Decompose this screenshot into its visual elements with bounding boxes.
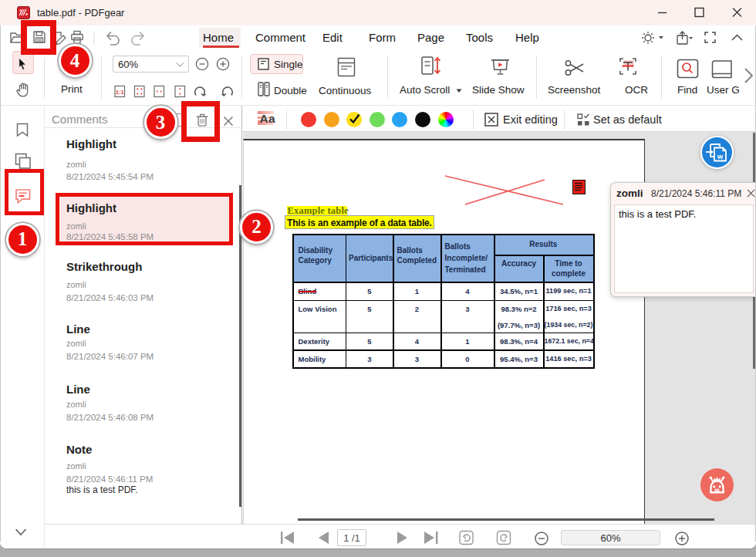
svg-text:w: w [717,152,724,160]
svg-text:1:1: 1:1 [116,89,124,96]
